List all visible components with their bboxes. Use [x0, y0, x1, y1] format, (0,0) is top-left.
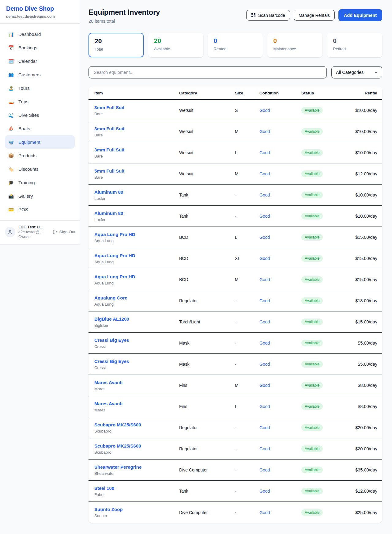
item-category: Wetsuit	[179, 171, 235, 176]
condition-link[interactable]: Good	[259, 235, 270, 240]
condition-link[interactable]: Good	[259, 467, 270, 472]
stats-cards: 20 Total 20 Available 0 Rented 0 Mainten…	[89, 33, 382, 57]
category-select[interactable]: All Categories	[331, 66, 382, 78]
item-cell: Cressi Big Eyes Cressi	[94, 338, 179, 349]
manage-rentals-button[interactable]: Manage Rentals	[294, 10, 335, 21]
scan-barcode-button[interactable]: Scan Barcode	[246, 10, 290, 21]
condition-link[interactable]: Good	[259, 256, 270, 261]
condition-link[interactable]: Good	[259, 446, 270, 451]
condition-link[interactable]: Good	[259, 319, 270, 324]
condition-link[interactable]: Good	[259, 341, 270, 345]
item-name-link[interactable]: 3mm Full Suit	[94, 126, 124, 131]
sidebar-item[interactable]: 🏷️ Discounts	[5, 162, 75, 176]
brand-title[interactable]: Demo Dive Shop	[6, 5, 74, 12]
sidebar-item[interactable]: ⛵ Boats	[5, 122, 75, 135]
condition-link[interactable]: Good	[259, 425, 270, 430]
item-size: -	[235, 446, 259, 451]
item-name-link[interactable]: Mares Avanti	[94, 380, 123, 385]
item-name-link[interactable]: Scubapro MK25/S600	[94, 443, 141, 448]
status-cell: Available	[301, 213, 350, 219]
table-row: Mares Avanti Mares Fins M Good Available…	[89, 375, 382, 396]
item-name-link[interactable]: Aluminum 80	[94, 189, 123, 195]
condition-link[interactable]: Good	[259, 108, 270, 113]
sidebar-item[interactable]: 📊 Dashboard	[5, 27, 75, 41]
item-brand: Mares	[94, 408, 179, 412]
sidebar-item[interactable]: 📸 Gallery	[5, 189, 75, 203]
item-cell: Aqua Lung Pro HD Aqua Lung	[94, 253, 179, 264]
status-cell: Available	[301, 149, 350, 156]
item-name-link[interactable]: 3mm Full Suit	[94, 147, 124, 152]
sidebar-item[interactable]: 🚤 Trips	[5, 95, 75, 108]
item-name-link[interactable]: Aqua Lung Pro HD	[94, 253, 135, 258]
sidebar-item[interactable]: 💳 POS	[5, 203, 75, 216]
item-cell: Mares Avanti Mares	[94, 401, 179, 412]
stat-card[interactable]: 0 Retired	[327, 33, 382, 57]
item-name-link[interactable]: Mares Avanti	[94, 401, 123, 406]
sidebar-item[interactable]: 🌊 Dive Sites	[5, 108, 75, 122]
item-name-link[interactable]: 3mm Full Suit	[94, 105, 124, 110]
search-input[interactable]	[89, 66, 327, 78]
item-category: BCD	[179, 277, 235, 282]
status-cell: Available	[301, 424, 350, 431]
condition-link[interactable]: Good	[259, 510, 270, 515]
item-name-link[interactable]: Scubapro MK25/S600	[94, 422, 141, 427]
table-row: 5mm Full Suit Bare Wetsuit M Good Availa…	[89, 163, 382, 185]
item-cell: Cressi Big Eyes Cressi	[94, 359, 179, 370]
stat-value: 0	[214, 37, 257, 44]
user-role: Owner	[18, 235, 43, 239]
status-cell: Available	[301, 170, 350, 177]
page-title: Equipment Inventory	[89, 8, 160, 17]
condition-link[interactable]: Good	[259, 150, 270, 155]
item-name-link[interactable]: Cressi Big Eyes	[94, 338, 129, 343]
item-name-link[interactable]: Aqua Lung Pro HD	[94, 274, 135, 279]
item-name-link[interactable]: BigBlue AL1200	[94, 316, 129, 322]
sidebar-item[interactable]: 📅 Bookings	[5, 41, 75, 54]
chevron-down-icon	[374, 71, 378, 74]
barcode-scan-icon	[251, 13, 256, 17]
item-cell: Aqua Lung Pro HD Aqua Lung	[94, 232, 179, 243]
condition-link[interactable]: Good	[259, 404, 270, 409]
stat-card[interactable]: 0 Rented	[208, 33, 263, 57]
item-name-link[interactable]: Suunto Zoop	[94, 507, 123, 512]
item-brand: BigBlue	[94, 323, 179, 328]
condition-link[interactable]: Good	[259, 193, 270, 197]
item-name-link[interactable]: Aluminum 80	[94, 211, 123, 216]
sidebar-item[interactable]: 🗓️ Calendar	[5, 54, 75, 68]
sidebar-item[interactable]: 📦 Products	[5, 149, 75, 162]
nav-item-icon: 👥	[8, 72, 14, 77]
sign-out-button[interactable]: Sign Out	[53, 230, 75, 234]
condition-link[interactable]: Good	[259, 298, 270, 303]
stat-card[interactable]: 0 Maintenance	[267, 33, 322, 57]
item-name-link[interactable]: Cressi Big Eyes	[94, 359, 129, 364]
condition-link[interactable]: Good	[259, 214, 270, 219]
condition-link[interactable]: Good	[259, 489, 270, 494]
item-cell: 3mm Full Suit Bare	[94, 105, 179, 116]
condition-cell: Good	[259, 298, 301, 303]
condition-link[interactable]: Good	[259, 362, 270, 367]
item-cell: Aqua Lung Pro HD Aqua Lung	[94, 274, 179, 285]
sidebar-item[interactable]: 🤿 Equipment	[5, 135, 75, 149]
condition-link[interactable]: Good	[259, 277, 270, 282]
item-cell: Scubapro MK25/S600 Scubapro	[94, 443, 179, 455]
sidebar-item[interactable]: 👥 Customers	[5, 68, 75, 81]
condition-cell: Good	[259, 171, 301, 177]
item-name-link[interactable]: Aqualung Core	[94, 295, 127, 300]
user-email: e2e-tester@...	[18, 230, 43, 234]
item-name-link[interactable]: Shearwater Peregrine	[94, 464, 141, 470]
sidebar-item[interactable]: 🏝️ Tours	[5, 81, 75, 95]
add-equipment-button[interactable]: Add Equipment	[338, 9, 382, 21]
condition-link[interactable]: Good	[259, 129, 270, 134]
table-row: Suunto Zoop Suunto Dive Computer - Good …	[89, 502, 382, 523]
item-size: M	[235, 129, 259, 134]
condition-link[interactable]: Good	[259, 383, 270, 388]
item-brand: Scubapro	[94, 450, 179, 455]
condition-cell: Good	[259, 150, 301, 155]
item-name-link[interactable]: Aqua Lung Pro HD	[94, 232, 135, 237]
item-name-link[interactable]: 5mm Full Suit	[94, 168, 124, 174]
status-cell: Available	[301, 488, 350, 494]
stat-card[interactable]: 20 Available	[148, 33, 203, 57]
item-name-link[interactable]: Steel 100	[94, 486, 114, 491]
condition-link[interactable]: Good	[259, 171, 270, 176]
stat-card[interactable]: 20 Total	[89, 33, 144, 57]
sidebar-item[interactable]: 🎓 Training	[5, 176, 75, 189]
